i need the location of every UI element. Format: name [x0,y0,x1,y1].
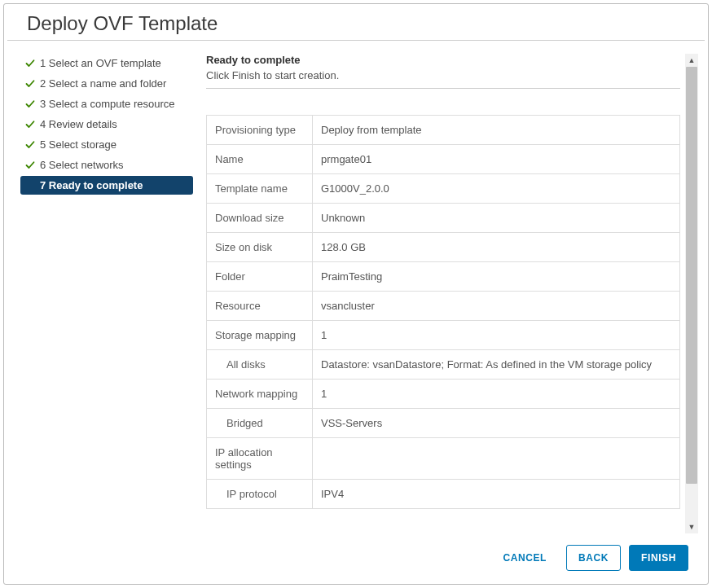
summary-key: IP allocation settings [207,438,313,480]
table-row: IP protocolIPV4 [207,480,680,509]
table-row: Template nameG1000V_2.0.0 [207,174,680,204]
wizard-step-1[interactable]: 1 Select an OVF template [20,54,193,72]
dialog-footer: CANCEL BACK FINISH [4,533,708,584]
wizard-step-label: 5 Select storage [40,138,116,151]
wizard-step-7[interactable]: 7 Ready to complete [20,176,193,195]
summary-value: vsancluster [313,292,680,321]
check-icon [24,79,37,89]
summary-key: Template name [207,174,313,204]
table-row: Resourcevsancluster [207,292,680,321]
vertical-scrollbar[interactable]: ▲ ▼ [685,54,698,533]
summary-key: Name [207,145,313,174]
wizard-step-2[interactable]: 2 Select a name and folder [20,74,193,93]
summary-value: VSS-Servers [313,409,680,438]
check-icon [24,120,37,129]
summary-key: Download size [207,204,313,233]
summary-value: G1000V_2.0.0 [313,174,680,204]
check-icon [24,160,37,170]
summary-value: 128.0 GB [313,233,680,262]
summary-key: Resource [207,292,313,321]
wizard-sidebar: 1 Select an OVF template2 Select a name … [7,41,193,533]
check-icon [24,59,37,68]
summary-key: Bridged [207,409,313,438]
section-title: Ready to complete [206,54,680,66]
check-icon [24,140,37,150]
check-icon [24,99,37,109]
table-row: IP allocation settings [207,438,680,480]
wizard-step-label: 3 Select a compute resource [40,98,174,110]
summary-value: PraimTesting [313,262,680,292]
wizard-step-3[interactable]: 3 Select a compute resource [20,94,193,113]
summary-key: Network mapping [207,380,313,409]
summary-value: Datastore: vsanDatastore; Format: As def… [313,350,680,380]
summary-value: Unknown [313,204,680,233]
table-row: FolderPraimTesting [207,262,680,292]
scroll-up-arrow-icon[interactable]: ▲ [685,54,698,67]
summary-value: 1 [313,321,680,350]
wizard-step-label: 6 Select networks [40,159,124,171]
summary-value: Deploy from template [313,116,680,145]
main-scroll-area: Ready to complete Click Finish to start … [206,54,685,533]
wizard-step-5[interactable]: 5 Select storage [20,135,193,154]
scroll-thumb[interactable] [686,67,697,484]
table-row: Network mapping1 [207,380,680,409]
summary-value [313,438,680,480]
summary-table: Provisioning typeDeploy from templateNam… [206,115,680,509]
summary-value: prmgate01 [313,145,680,174]
table-row: Download sizeUnknown [207,204,680,233]
summary-key: Folder [207,262,313,292]
table-row: All disksDatastore: vsanDatastore; Forma… [207,350,680,380]
wizard-main: Ready to complete Click Finish to start … [193,41,705,533]
wizard-step-6[interactable]: 6 Select networks [20,156,193,174]
table-row: Provisioning typeDeploy from template [207,116,680,145]
finish-button[interactable]: FINISH [629,545,688,571]
dialog-title: Deploy OVF Template [7,4,705,41]
back-button[interactable]: BACK [566,545,621,571]
wizard-step-4[interactable]: 4 Review details [20,115,193,134]
table-row: BridgedVSS-Servers [207,409,680,438]
table-row: Size on disk128.0 GB [207,233,680,262]
summary-value: 1 [313,380,680,409]
dialog-content: 1 Select an OVF template2 Select a name … [4,41,708,533]
wizard-step-label: 4 Review details [40,118,117,130]
table-row: Nameprmgate01 [207,145,680,174]
scroll-track[interactable] [685,67,698,520]
scroll-down-arrow-icon[interactable]: ▼ [685,520,698,533]
deploy-ovf-dialog: Deploy OVF Template 1 Select an OVF temp… [3,3,709,585]
cancel-button[interactable]: CANCEL [491,546,558,570]
summary-value: IPV4 [313,480,680,509]
summary-key: Size on disk [207,233,313,262]
spacer [206,89,680,115]
wizard-step-label: 2 Select a name and folder [40,77,166,90]
summary-key: All disks [207,350,313,380]
summary-key: IP protocol [207,480,313,509]
wizard-step-label: 1 Select an OVF template [40,57,161,69]
table-row: Storage mapping1 [207,321,680,350]
wizard-step-label: 7 Ready to complete [40,179,143,191]
summary-key: Provisioning type [207,116,313,145]
section-description: Click Finish to start creation. [206,69,680,89]
summary-key: Storage mapping [207,321,313,350]
